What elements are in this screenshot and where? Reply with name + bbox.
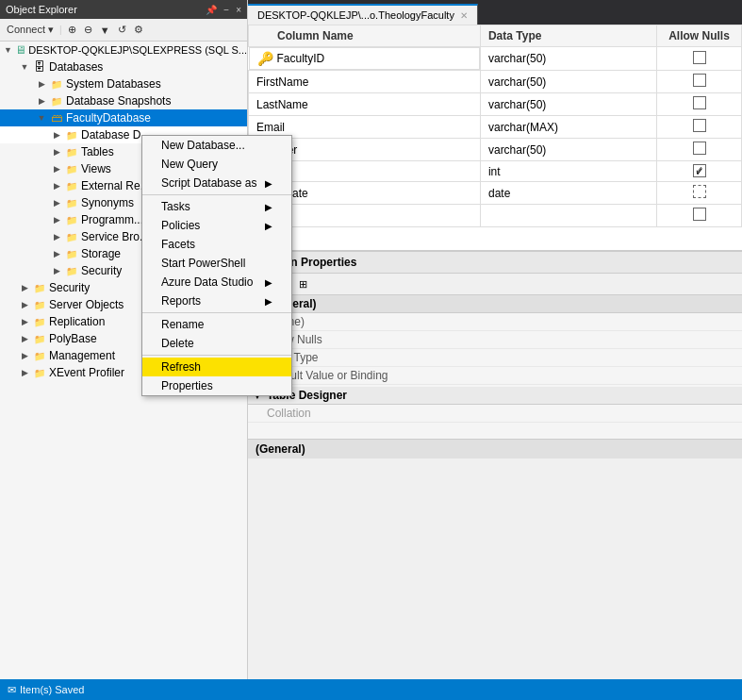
expander-security-db[interactable]: ▶ (49, 266, 64, 275)
tree-item-system-db[interactable]: ▶ 📁 System Databases (0, 75, 247, 92)
cm-rename[interactable]: Rename (142, 315, 291, 334)
tree-item-faculty-db[interactable]: ▼ 🗃 FacultyDatabase (0, 109, 247, 126)
expander-db-snapshots[interactable]: ▶ (34, 96, 49, 106)
col-type-lastname[interactable]: varchar(50) (480, 93, 656, 116)
new-object-button[interactable]: ⊕ (65, 23, 79, 37)
checkbox-gender[interactable] (693, 142, 706, 155)
cm-properties-label: Properties (161, 379, 213, 392)
cm-reports[interactable]: Reports ▶ (142, 292, 291, 310)
system-db-label: System Databases (66, 77, 161, 91)
expander-external-res[interactable]: ▶ (49, 181, 64, 191)
tab-theology-faculty[interactable]: DESKTOP-QQKLEJP\...o.TheologyFaculty ✕ (248, 4, 478, 25)
expander-tables[interactable]: ▶ (49, 147, 64, 157)
tables-label: Tables (81, 145, 114, 158)
tree-item-databases[interactable]: ▼ 🗄 Databases (0, 58, 247, 75)
replication-icon: 📁 (32, 314, 47, 329)
cm-refresh[interactable]: Refresh (142, 358, 291, 376)
checkbox-facultyid[interactable] (693, 51, 706, 64)
oe-min-icon[interactable]: − (223, 5, 229, 15)
oe-close-icon[interactable]: × (236, 5, 241, 15)
col-null-firstname[interactable] (657, 71, 742, 93)
tab-close-button[interactable]: ✕ (460, 10, 468, 21)
expander-system-db[interactable]: ▶ (34, 79, 49, 89)
cm-azure-data-label: Azure Data Studio (161, 275, 253, 289)
col-type-facultyid[interactable]: varchar(50) (480, 47, 656, 71)
col-null-email[interactable] (657, 116, 742, 139)
expander-databases[interactable]: ▼ (17, 62, 32, 72)
col-null-facultyid[interactable] (657, 47, 742, 71)
filter-button[interactable]: ▼ (97, 24, 113, 37)
cp-tabledesigner-header[interactable]: ▼ Table Designer (248, 387, 742, 405)
col-name-firstname[interactable]: FirstName (249, 71, 481, 93)
expander-management[interactable]: ▶ (17, 351, 32, 360)
cm-tasks[interactable]: Tasks ▶ (142, 197, 291, 216)
faculty-db-icon: 🗃 (49, 110, 64, 125)
server-objects-label: Server Objects (49, 298, 124, 311)
service-bro-icon: 📁 (64, 229, 79, 244)
expander-storage[interactable]: ▶ (49, 249, 64, 258)
data-table-view: Column Name Data Type Allow Nulls 🔑Facul… (248, 25, 742, 251)
cm-azure-data[interactable]: Azure Data Studio ▶ (142, 273, 291, 292)
column-properties-footer: (General) (248, 439, 742, 458)
expander-views[interactable]: ▶ (49, 164, 64, 174)
empty-col-type[interactable] (480, 205, 656, 227)
col-type-gender[interactable]: varchar(50) (480, 139, 656, 161)
expander-xevent[interactable]: ▶ (17, 368, 32, 377)
cm-reports-arrow: ▶ (265, 296, 272, 307)
expander-programmability[interactable]: ▶ (49, 215, 64, 225)
expander-replication[interactable]: ▶ (17, 317, 32, 326)
refresh-tree-button[interactable]: ↺ (115, 23, 129, 37)
cp-value-defaultvalue[interactable] (399, 367, 742, 384)
expander-server[interactable]: ▼ (2, 45, 14, 55)
checkbox-hiredate[interactable] (693, 185, 706, 198)
expander-faculty-db[interactable]: ▼ (34, 113, 49, 123)
tree-item-server[interactable]: ▼ 🖥 DESKTOP-QQKLEJP\SQLEXPRESS (SQL S... (0, 42, 247, 58)
expander-polybase[interactable]: ▶ (17, 334, 32, 343)
connect-button[interactable]: Connect ▾ (4, 23, 57, 37)
faculty-db-label: FacultyDatabase (66, 111, 151, 125)
cp-value-collation[interactable] (399, 405, 742, 422)
expander-synonyms[interactable]: ▶ (49, 198, 64, 208)
cm-new-query[interactable]: New Query (142, 155, 291, 174)
cp-value-allownulls[interactable] (399, 331, 742, 348)
col-type-email[interactable]: varchar(MAX) (480, 116, 656, 139)
checkbox-lastname[interactable] (693, 96, 706, 109)
cm-script-database[interactable]: Script Database as ▶ (142, 174, 291, 192)
delete-object-button[interactable]: ⊖ (81, 23, 95, 37)
expander-db-diagrams[interactable]: ▶ (49, 130, 64, 140)
cm-new-database[interactable]: New Database... (142, 136, 291, 155)
checkbox-firstname[interactable] (693, 74, 706, 87)
col-null-gender[interactable] (657, 139, 742, 161)
options-button[interactable]: ⚙ (131, 23, 146, 37)
cm-tasks-arrow: ▶ (265, 202, 272, 212)
oe-pin-icon[interactable]: 📌 (206, 5, 217, 15)
cp-value-name[interactable] (399, 313, 742, 330)
cm-policies[interactable]: Policies ▶ (142, 216, 291, 235)
col-name-facultyid[interactable]: 🔑FacultyID (249, 47, 480, 70)
cp-expand-button[interactable]: ⊞ (293, 275, 312, 292)
table-row: A...e int ✓ (249, 161, 742, 182)
cm-start-powershell[interactable]: Start PowerShell (142, 254, 291, 273)
expander-security[interactable]: ▶ (17, 283, 32, 292)
checkbox-email[interactable] (693, 119, 706, 132)
col-type-hiredate[interactable]: date (480, 182, 656, 205)
cp-value-datatype[interactable] (399, 349, 742, 366)
col-null-age[interactable]: ✓ (657, 161, 742, 182)
checkbox-age[interactable]: ✓ (693, 164, 706, 177)
expander-service-bro[interactable]: ▶ (49, 232, 64, 242)
cp-general-header[interactable]: ▼ (General) (248, 295, 742, 313)
db-diagrams-label: Database D... (81, 128, 150, 142)
cm-script-database-label: Script Database as (161, 176, 256, 190)
synonyms-icon: 📁 (64, 195, 79, 210)
cm-delete[interactable]: Delete (142, 334, 291, 353)
cp-row-defaultvalue: Default Value or Binding (248, 367, 742, 385)
col-name-lastname[interactable]: LastName (249, 93, 481, 116)
col-null-hiredate[interactable] (657, 182, 742, 205)
cm-facets[interactable]: Facets (142, 235, 291, 254)
tree-item-db-snapshots[interactable]: ▶ 📁 Database Snapshots (0, 92, 247, 109)
cm-properties[interactable]: Properties (142, 376, 291, 395)
col-null-lastname[interactable] (657, 93, 742, 116)
col-type-age[interactable]: int (480, 161, 656, 182)
col-type-firstname[interactable]: varchar(50) (480, 71, 656, 93)
expander-server-objects[interactable]: ▶ (17, 300, 32, 309)
